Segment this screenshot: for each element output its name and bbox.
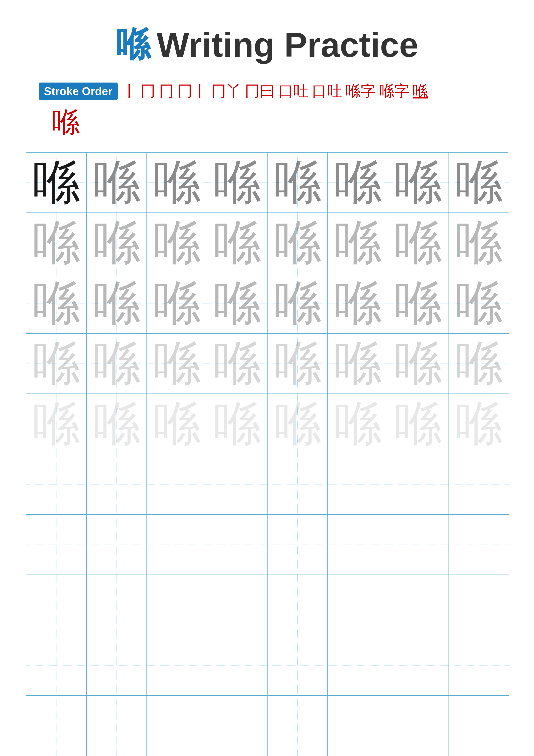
grid-cell-empty[interactable] [147,575,207,635]
title-chinese-char: 喺 [116,21,150,68]
grid-cell[interactable]: 喺 [328,394,388,454]
grid-cell-empty[interactable] [147,696,207,756]
grid-cell-empty[interactable] [328,696,388,756]
practice-char: 喺 [394,219,442,267]
grid-cell-empty[interactable] [207,575,267,635]
grid-cell-empty[interactable] [87,696,147,756]
page: 喺 Writing Practice Stroke Order 丨 冂 冂 冂丨… [0,0,534,756]
practice-char: 喺 [33,159,80,206]
practice-char: 喺 [33,219,80,267]
practice-char: 喺 [455,159,502,206]
practice-char: 喺 [274,400,321,447]
grid-cell[interactable]: 喺 [207,273,267,334]
grid-cell[interactable]: 喺 [448,394,509,454]
grid-cell-empty[interactable] [267,575,328,635]
stroke-order-badge: Stroke Order [39,83,117,100]
grid-cell[interactable]: 喺 [328,152,388,213]
grid-cell[interactable]: 喺 [87,213,147,273]
grid-cell[interactable]: 喺 [87,273,147,334]
grid-cell-empty[interactable] [26,454,87,515]
grid-cell[interactable]: 喺 [26,213,87,273]
grid-cell-empty[interactable] [26,696,87,756]
stroke-6: 冂曰 [245,81,275,101]
grid-cell-empty[interactable] [388,696,448,756]
grid-cell[interactable]: 喺 [147,394,207,454]
grid-cell[interactable]: 喺 [26,334,87,394]
grid-cell-empty[interactable] [267,515,328,575]
practice-char: 喺 [394,340,442,387]
grid-cell[interactable]: 喺 [267,394,328,454]
grid-cell[interactable]: 喺 [267,273,328,334]
grid-cell-empty[interactable] [87,454,147,515]
grid-cell-empty[interactable] [147,635,207,696]
grid-cell[interactable]: 喺 [207,334,267,394]
grid-cell-empty[interactable] [26,635,87,696]
grid-cell[interactable]: 喺 [388,394,448,454]
grid-cell[interactable]: 喺 [448,273,509,334]
grid-cell-empty[interactable] [87,575,147,635]
grid-cell[interactable]: 喺 [147,152,207,213]
grid-cell-empty[interactable] [267,454,328,515]
grid-cell-empty[interactable] [388,454,448,515]
grid-cell-empty[interactable] [26,515,87,575]
grid-cell-empty[interactable] [328,635,388,696]
grid-cell[interactable]: 喺 [267,334,328,394]
grid-cell[interactable]: 喺 [207,213,267,273]
grid-cell[interactable]: 喺 [328,334,388,394]
grid-cell-empty[interactable] [448,454,509,515]
grid-cell-empty[interactable] [207,635,267,696]
grid-cell-empty[interactable] [267,696,328,756]
grid-cell[interactable]: 喺 [207,152,267,213]
grid-cell-empty[interactable] [388,575,448,635]
practice-char: 喺 [153,400,201,447]
grid-cell-empty[interactable] [26,575,87,635]
stroke-order-section: Stroke Order 丨 冂 冂 冂丨 冂丫 冂曰 口吐 口吐 喺字 喺字 … [26,81,508,146]
grid-cell[interactable]: 喺 [147,213,207,273]
practice-char: 喺 [334,219,381,267]
grid-cell-empty[interactable] [328,575,388,635]
grid-cell[interactable]: 喺 [448,334,509,394]
grid-cell[interactable]: 喺 [267,152,328,213]
grid-cell[interactable]: 喺 [147,273,207,334]
grid-cell[interactable]: 喺 [87,334,147,394]
stroke-4: 冂丨 [177,81,208,101]
grid-cell-empty[interactable] [207,696,267,756]
grid-cell-empty[interactable] [448,635,509,696]
grid-cell-empty[interactable] [87,515,147,575]
grid-cell-empty[interactable] [388,635,448,696]
grid-cell[interactable]: 喺 [328,273,388,334]
grid-cell[interactable]: 喺 [388,152,448,213]
grid-cell[interactable]: 喺 [388,334,448,394]
grid-cell-empty[interactable] [448,515,509,575]
grid-cell[interactable]: 喺 [26,394,87,454]
stroke-2: 冂 [140,81,156,101]
grid-cell[interactable]: 喺 [267,213,328,273]
grid-cell-empty[interactable] [448,575,509,635]
practice-char: 喺 [93,219,140,267]
grid-cell[interactable]: 喺 [388,273,448,334]
grid-cell-empty[interactable] [267,635,328,696]
grid-cell-empty[interactable] [207,515,267,575]
grid-cell[interactable]: 喺 [207,394,267,454]
grid-cell-empty[interactable] [207,454,267,515]
grid-cell[interactable]: 喺 [328,213,388,273]
grid-cell[interactable]: 喺 [448,213,509,273]
practice-char: 喺 [214,159,261,206]
stroke-7: 口吐 [278,81,309,101]
grid-cell[interactable]: 喺 [87,394,147,454]
practice-char: 喺 [93,400,140,447]
grid-cell[interactable]: 喺 [26,273,87,334]
grid-cell[interactable]: 喺 [147,334,207,394]
grid-cell-empty[interactable] [328,454,388,515]
grid-cell-empty[interactable] [147,454,207,515]
grid-cell-empty[interactable] [388,515,448,575]
grid-cell-empty[interactable] [87,635,147,696]
grid-cell[interactable]: 喺 [448,152,509,213]
grid-cell-empty[interactable] [147,515,207,575]
grid-cell-empty[interactable] [328,515,388,575]
grid-cell[interactable]: 喺 [87,152,147,213]
grid-cell[interactable]: 喺 [388,213,448,273]
grid-cell[interactable]: 喺 [26,152,87,213]
practice-char: 喺 [153,280,201,327]
grid-cell-empty[interactable] [448,696,509,756]
